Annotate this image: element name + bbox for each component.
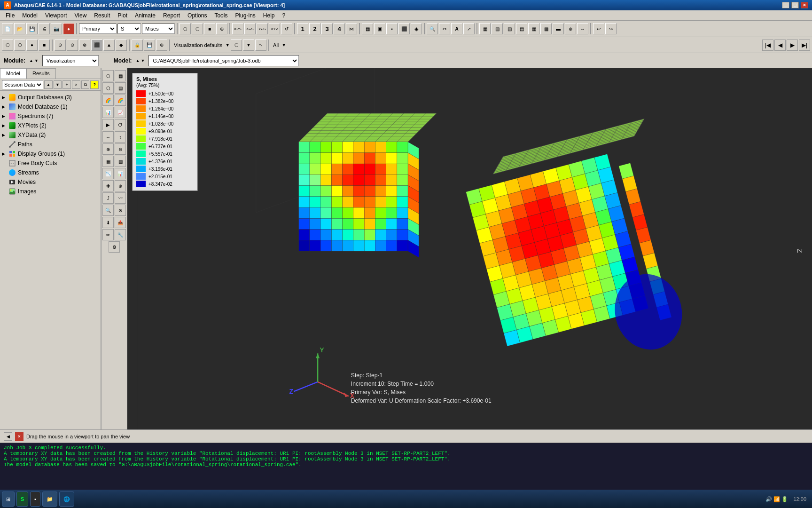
t1-btn[interactable]: ▦ (479, 23, 491, 34)
t23-btn[interactable]: ⬡ (231, 40, 242, 51)
tree-model-database[interactable]: ▶ Model Database (1) (0, 102, 101, 111)
nav-prev-btn[interactable]: ◀ (774, 40, 786, 51)
cross-icon-1[interactable]: ✚ (102, 180, 114, 191)
sym-btn[interactable]: ⊕ (216, 23, 227, 34)
menu-options[interactable]: Options (184, 11, 211, 20)
tree-display-groups[interactable]: ▶ Display Groups (1) (0, 149, 101, 159)
session-up-btn[interactable]: ▲ (44, 80, 53, 89)
view-icon-4[interactable]: ⊖ (115, 143, 126, 155)
browser-btn[interactable]: 🌐 (59, 492, 74, 507)
chart-icon-1[interactable]: 📉 (102, 168, 114, 179)
text-btn[interactable]: A (451, 23, 462, 34)
t7-btn[interactable]: ▬ (553, 23, 564, 34)
section-icon-2[interactable]: ⊗ (115, 205, 126, 216)
t19-btn[interactable]: ◆ (116, 40, 127, 51)
section-btn[interactable]: ✂ (439, 23, 450, 34)
s-select[interactable]: S (117, 24, 141, 34)
mesh-icon-1[interactable]: ⬡ (102, 70, 114, 81)
t5-btn[interactable]: ▦ (528, 23, 539, 34)
t14-btn[interactable]: ⊙ (55, 40, 66, 51)
table-icon-1[interactable]: ▦ (102, 156, 114, 167)
view-icon-3[interactable]: ⊕ (102, 143, 114, 155)
path-icon-2[interactable]: 〰 (115, 192, 126, 204)
nav-first-btn[interactable]: |◀ (762, 40, 773, 51)
view-xz-btn[interactable]: X₁Z₁ (244, 23, 256, 34)
tree-paths[interactable]: Paths (0, 140, 101, 149)
viewport-config-btn[interactable]: ⋈ (346, 23, 357, 34)
open-btn[interactable]: 📂 (14, 23, 25, 34)
close-btn[interactable]: ✕ (801, 2, 808, 8)
tool-icon-2[interactable]: 🔧 (115, 229, 126, 240)
console-area[interactable]: Job Job-3 completed successfully. A temp… (0, 443, 812, 490)
tree-movies[interactable]: Movies (0, 177, 101, 187)
model-down-btn[interactable]: ▼ (141, 58, 145, 63)
session-copy-btn[interactable]: ⧉ (81, 80, 90, 89)
session-down-btn[interactable]: ▼ (54, 80, 62, 89)
view-icon-1[interactable]: ↔ (102, 131, 114, 143)
chart-icon-2[interactable]: 📊 (115, 168, 126, 179)
nav-last-btn[interactable]: ▶| (799, 40, 810, 51)
session-del-btn[interactable]: × (72, 80, 80, 89)
file-btn[interactable]: 📁 (42, 492, 57, 507)
menu-model[interactable]: Model (18, 11, 41, 20)
menu-help[interactable]: Help (259, 11, 279, 20)
vis-defaults-dropdown[interactable]: ▼ (225, 42, 230, 48)
tree-output-databases[interactable]: ▶ Output Databases (3) (0, 93, 101, 102)
menu-viewport[interactable]: Viewport (41, 11, 70, 20)
menu-file[interactable]: File (2, 11, 18, 20)
all-dropdown[interactable]: ▼ (281, 42, 286, 48)
view-icon-2[interactable]: ↕ (115, 131, 126, 143)
plot-icon-4[interactable]: 📈 (115, 107, 126, 118)
t16-btn[interactable]: ⊗ (79, 40, 90, 51)
save-btn[interactable]: 💾 (26, 23, 38, 34)
viewport[interactable]: Z Y X Step: Step-1 Increment 10: Step Ti… (127, 68, 812, 429)
new-btn[interactable]: 📄 (2, 23, 13, 34)
plot-icon-3[interactable]: 📊 (102, 107, 114, 118)
tool-icon-3[interactable]: ⚙ (109, 241, 120, 253)
model-select[interactable]: G:/ABAQUSjobFile/rotational_spring/Job-3… (148, 55, 299, 66)
session-help-btn[interactable]: ? (90, 80, 99, 89)
query-btn[interactable]: 🔍 (427, 23, 438, 34)
terminal-btn[interactable]: ▪ (30, 492, 40, 507)
wire-btn[interactable]: ▦ (362, 23, 373, 34)
export-icon-1[interactable]: ⬇ (102, 217, 114, 228)
maximize-btn[interactable]: □ (791, 2, 799, 8)
tool-icon-1[interactable]: ✏ (102, 229, 114, 240)
feature-btn[interactable]: ◉ (411, 23, 422, 34)
path-icon-1[interactable]: ⤴ (102, 192, 114, 204)
menu-animate[interactable]: Animate (131, 11, 159, 20)
camera-btn[interactable]: 📷 (51, 23, 62, 34)
module-up-btn[interactable]: ▲ (29, 58, 33, 63)
t4-btn[interactable]: ▤ (516, 23, 527, 34)
undeformed-btn[interactable]: ⬡ (180, 23, 191, 34)
undo-btn[interactable]: ↩ (593, 23, 604, 34)
cursor-btn[interactable]: ↖ (255, 40, 266, 51)
table-icon-2[interactable]: ▧ (115, 156, 126, 167)
t22-btn[interactable]: ⊕ (156, 40, 167, 51)
cross-icon-2[interactable]: ⊕ (115, 180, 126, 191)
t2-btn[interactable]: ▧ (492, 23, 503, 34)
tree-streams[interactable]: Streams (0, 168, 101, 177)
num4-btn[interactable]: 4 (334, 23, 345, 34)
t3-btn[interactable]: ▨ (504, 23, 515, 34)
arrow-btn[interactable]: ↗ (463, 23, 475, 34)
plot-icon-2[interactable]: 🌈 (115, 95, 126, 106)
contour-btn[interactable]: ■ (204, 23, 215, 34)
model-up-btn[interactable]: ▲ (136, 58, 140, 63)
mesh-icon-2[interactable]: ▦ (115, 70, 126, 81)
num1-btn[interactable]: 1 (297, 23, 308, 34)
anim-icon-1[interactable]: ▶ (102, 119, 114, 130)
t12-btn[interactable]: ● (26, 40, 38, 51)
menu-plugins[interactable]: Plug-ins (231, 11, 259, 20)
mesh-icon-3[interactable]: ⬡ (102, 82, 114, 94)
view-xy-btn[interactable]: X₁Y₁ (232, 23, 243, 34)
lock-btn[interactable]: 🔒 (132, 40, 143, 51)
pan-back-btn[interactable]: ◀ (4, 432, 12, 441)
t13-btn[interactable]: ■ (39, 40, 50, 51)
tree-spectrums[interactable]: ▶ Spectrums (7) (0, 111, 101, 121)
view-prev-btn[interactable]: ↺ (281, 23, 292, 34)
tab-results[interactable]: Results (26, 68, 56, 79)
mises-select[interactable]: Mises (142, 24, 175, 34)
menu-tools[interactable]: Tools (211, 11, 231, 20)
section-icon-1[interactable]: 🔍 (102, 205, 114, 216)
